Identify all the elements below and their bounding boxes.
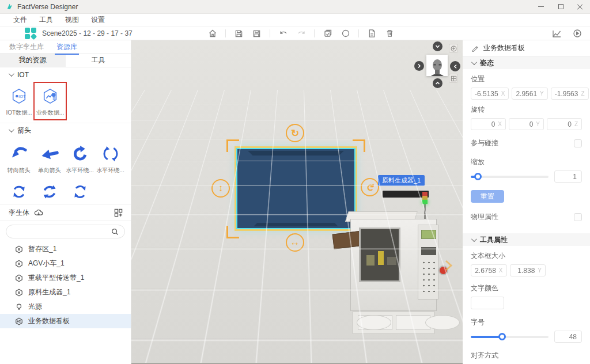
stack-light-pole: [424, 203, 426, 219]
font-size-slider[interactable]: [471, 336, 549, 338]
twin-hexagon-icon: [15, 260, 23, 268]
twin-item-light-source[interactable]: 光源: [0, 299, 131, 314]
twin-item-material-generator[interactable]: 原料生成器_1: [0, 285, 131, 299]
menu-settings[interactable]: 设置: [91, 15, 105, 25]
document-button[interactable]: [367, 29, 377, 39]
search-input[interactable]: [12, 227, 111, 236]
resource-turn-arrow[interactable]: 转向箭头: [3, 140, 34, 178]
reset-button[interactable]: 重置: [471, 190, 504, 203]
move-vertical-handle[interactable]: ↕: [211, 179, 230, 198]
resource-horizontal-loop-solid[interactable]: 水平环绕...: [65, 140, 95, 178]
textbox-height-field[interactable]: 1.838Y: [510, 264, 546, 276]
scale-value-field[interactable]: 1: [554, 170, 582, 183]
cloud-download-icon[interactable]: [34, 209, 43, 217]
scale-slider-knob[interactable]: [474, 173, 482, 180]
delete-button[interactable]: [385, 29, 395, 39]
position-y-field[interactable]: 2.9561Y: [512, 88, 547, 100]
panel-collapse-button[interactable]: [450, 61, 460, 71]
twin-section-title: 孪生体: [9, 208, 29, 218]
resource-horizontal-loop-thin[interactable]: 水平环绕...: [95, 140, 126, 178]
dashboard-panel-object[interactable]: [236, 148, 355, 229]
textbox-width-field[interactable]: 2.6758X: [471, 264, 507, 276]
rotate-handle-right[interactable]: ↻: [361, 178, 379, 196]
rotate-vertical-icon: ↻: [364, 183, 376, 191]
rotate-handle-top[interactable]: ↻: [286, 124, 304, 142]
plus-circle-icon: [451, 46, 457, 52]
position-z-field[interactable]: -1.9563Z: [551, 88, 589, 100]
iot-section-header[interactable]: IOT: [0, 67, 131, 82]
twin-item-agv-cart[interactable]: AGV小车_1: [0, 256, 131, 271]
minimize-button[interactable]: [531, 0, 551, 13]
zoom-extent-button[interactable]: [449, 44, 458, 53]
resource-circular-arrow-2[interactable]: [34, 178, 65, 203]
font-size-slider-knob[interactable]: [498, 333, 506, 340]
gizmo-rotate-up-button[interactable]: [433, 78, 442, 88]
menu-file[interactable]: 文件: [13, 15, 27, 25]
scale-slider[interactable]: [471, 176, 549, 178]
turn-arrow-icon: [10, 146, 28, 162]
layout-grid-icon[interactable]: [114, 208, 123, 217]
maximize-button[interactable]: [551, 0, 570, 13]
view-gizmo-avatar[interactable]: [426, 55, 448, 76]
viewport-right-arrow-icon[interactable]: [444, 259, 453, 272]
machine-window: [359, 227, 400, 282]
textbox-size-label: 文本框大小: [471, 251, 582, 261]
pose-section-header[interactable]: 姿态: [463, 56, 590, 69]
preview-play-button[interactable]: [572, 29, 582, 39]
edit-pencil-icon[interactable]: [471, 44, 479, 52]
gizmo-rotate-down-button[interactable]: [433, 41, 442, 51]
twin-item-staging-area[interactable]: 暂存区_1: [0, 242, 131, 256]
duplicate-button[interactable]: [323, 29, 332, 39]
move-horizontal-handle[interactable]: ↔: [286, 233, 304, 252]
rotation-x-field[interactable]: 0X: [471, 118, 506, 130]
arrow-section-header[interactable]: 箭头: [0, 123, 131, 138]
toolbar: Scene2025 - 12 - 29 - 17 - 37: [0, 26, 590, 40]
selection-circle-button[interactable]: [341, 29, 350, 39]
resource-business-data[interactable]: 业务数据...: [35, 83, 66, 119]
undo-button[interactable]: [278, 29, 288, 39]
menu-view[interactable]: 视图: [65, 15, 79, 25]
machine-model[interactable]: [346, 199, 449, 334]
save-button[interactable]: [234, 29, 244, 39]
vertical-arrows-icon: ↕: [218, 183, 224, 194]
resource-circular-arrow-3[interactable]: [65, 178, 95, 203]
rotation-z-field[interactable]: 0Z: [547, 118, 582, 130]
view-mode-button[interactable]: [449, 74, 458, 83]
font-size-label: 字号: [471, 317, 582, 327]
twin-item-conveyor[interactable]: 重载平型传送带_1: [0, 271, 131, 285]
resource-oneway-arrow[interactable]: 单向箭头: [34, 140, 65, 178]
twin-item-business-dashboard[interactable]: 业务数据看板: [0, 314, 131, 328]
arrow-resource-grid: 转向箭头 单向箭头 水平环绕...: [0, 138, 131, 205]
save-as-button[interactable]: [252, 29, 262, 39]
physics-label: 物理属性: [471, 212, 498, 222]
physics-checkbox[interactable]: [574, 213, 582, 221]
tab-resource-library[interactable]: 资源库: [56, 42, 77, 52]
tab-digital-twin-library[interactable]: 数字孪生库: [9, 42, 44, 52]
redo-button[interactable]: [296, 29, 306, 39]
text-color-swatch[interactable]: [471, 297, 504, 309]
rotation-y-field[interactable]: 0Y: [509, 118, 544, 130]
collision-checkbox[interactable]: [574, 139, 582, 147]
tool-section-header[interactable]: 工具属性: [463, 233, 590, 246]
home-button[interactable]: [207, 29, 217, 39]
circular-arrow-icon: [11, 184, 27, 200]
collision-label: 参与碰撞: [471, 138, 498, 148]
horizontal-loop-icon: [72, 146, 88, 162]
viewport-3d[interactable]: ↻ ↕ ↻ ↔ 原料生成器_1: [131, 40, 463, 364]
resource-circular-arrow-1[interactable]: [3, 178, 34, 203]
position-x-field[interactable]: -6.5135X: [471, 88, 509, 100]
resource-iot-data[interactable]: IOT IOT数据...: [3, 83, 35, 119]
rotation-inputs: 0X 0Y 0Z: [471, 118, 582, 130]
position-inputs: -6.5135X 2.9561Y -1.9563Z: [471, 88, 582, 100]
align-label: 对齐方式: [471, 351, 582, 361]
subtab-tools[interactable]: 工具: [66, 54, 131, 67]
gizmo-rotate-right-button[interactable]: [414, 61, 424, 71]
twin-hexagon-icon: [15, 289, 23, 297]
close-button[interactable]: [570, 0, 590, 13]
chart-button[interactable]: [552, 29, 562, 39]
scene-logo-icon[interactable]: [25, 28, 36, 39]
text-color-label: 文字颜色: [471, 283, 582, 293]
menu-tools[interactable]: 工具: [39, 15, 53, 25]
font-size-value-field[interactable]: 48: [554, 331, 582, 343]
subtab-my-resources[interactable]: 我的资源: [0, 54, 66, 67]
